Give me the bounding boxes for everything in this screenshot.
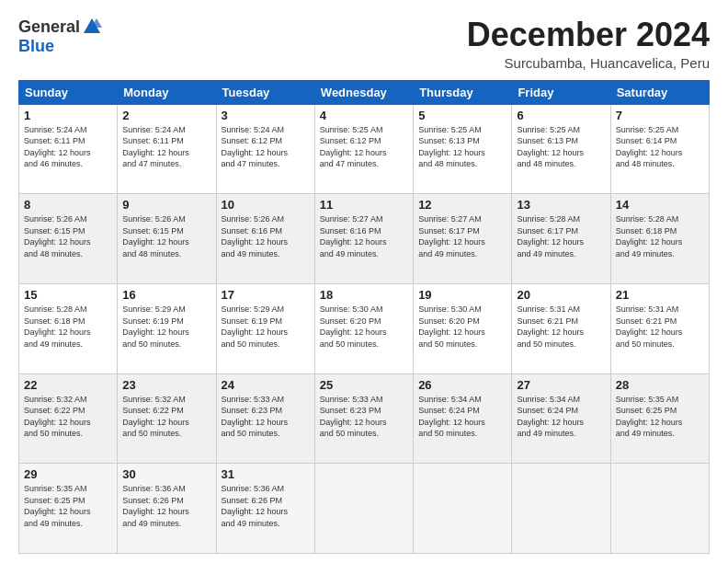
day-info: Sunrise: 5:28 AM Sunset: 6:18 PM Dayligh… <box>616 213 704 259</box>
day-number: 1 <box>24 109 112 122</box>
day-number: 26 <box>418 378 506 392</box>
day-number: 9 <box>122 198 210 212</box>
calendar-cell: 12Sunrise: 5:27 AM Sunset: 6:17 PM Dayli… <box>414 194 512 284</box>
calendar-table: Sunday Monday Tuesday Wednesday Thursday… <box>18 80 710 554</box>
day-info: Sunrise: 5:26 AM Sunset: 6:15 PM Dayligh… <box>24 213 112 259</box>
day-info: Sunrise: 5:24 AM Sunset: 6:12 PM Dayligh… <box>222 124 310 170</box>
day-info: Sunrise: 5:25 AM Sunset: 6:13 PM Dayligh… <box>418 124 506 170</box>
calendar-cell: 15Sunrise: 5:28 AM Sunset: 6:18 PM Dayli… <box>19 283 118 373</box>
day-info: Sunrise: 5:26 AM Sunset: 6:16 PM Dayligh… <box>222 213 310 259</box>
col-thursday: Thursday <box>414 80 512 104</box>
calendar-cell: 8Sunrise: 5:26 AM Sunset: 6:15 PM Daylig… <box>19 194 118 284</box>
calendar-cell: 28Sunrise: 5:35 AM Sunset: 6:25 PM Dayli… <box>610 373 709 464</box>
calendar-cell <box>512 464 610 554</box>
day-info: Sunrise: 5:35 AM Sunset: 6:25 PM Dayligh… <box>24 483 112 529</box>
calendar-cell: 11Sunrise: 5:27 AM Sunset: 6:16 PM Dayli… <box>314 194 413 284</box>
day-number: 23 <box>122 378 210 392</box>
day-number: 20 <box>517 288 605 302</box>
day-info: Sunrise: 5:25 AM Sunset: 6:13 PM Dayligh… <box>517 124 605 170</box>
day-number: 30 <box>122 467 210 481</box>
day-info: Sunrise: 5:36 AM Sunset: 6:26 PM Dayligh… <box>122 483 210 529</box>
day-info: Sunrise: 5:31 AM Sunset: 6:21 PM Dayligh… <box>616 304 704 350</box>
calendar-cell <box>610 464 709 554</box>
day-info: Sunrise: 5:26 AM Sunset: 6:15 PM Dayligh… <box>122 213 210 259</box>
col-monday: Monday <box>118 80 216 104</box>
day-number: 7 <box>616 109 704 122</box>
calendar-cell: 20Sunrise: 5:31 AM Sunset: 6:21 PM Dayli… <box>512 283 610 373</box>
day-info: Sunrise: 5:33 AM Sunset: 6:23 PM Dayligh… <box>222 394 310 440</box>
day-number: 22 <box>24 378 112 392</box>
day-number: 17 <box>222 288 310 302</box>
day-info: Sunrise: 5:36 AM Sunset: 6:26 PM Dayligh… <box>222 483 310 529</box>
day-info: Sunrise: 5:34 AM Sunset: 6:24 PM Dayligh… <box>418 394 506 440</box>
day-info: Sunrise: 5:31 AM Sunset: 6:21 PM Dayligh… <box>517 304 605 350</box>
calendar-cell: 25Sunrise: 5:33 AM Sunset: 6:23 PM Dayli… <box>314 373 413 464</box>
day-info: Sunrise: 5:28 AM Sunset: 6:18 PM Dayligh… <box>24 304 112 350</box>
day-number: 4 <box>320 109 408 122</box>
calendar-cell: 10Sunrise: 5:26 AM Sunset: 6:16 PM Dayli… <box>216 194 314 284</box>
day-number: 11 <box>320 198 408 212</box>
col-sunday: Sunday <box>19 80 118 104</box>
day-info: Sunrise: 5:33 AM Sunset: 6:23 PM Dayligh… <box>320 394 408 440</box>
calendar-header-row: Sunday Monday Tuesday Wednesday Thursday… <box>19 80 710 104</box>
calendar-cell: 9Sunrise: 5:26 AM Sunset: 6:15 PM Daylig… <box>118 194 216 284</box>
calendar-cell: 24Sunrise: 5:33 AM Sunset: 6:23 PM Dayli… <box>216 373 314 464</box>
day-info: Sunrise: 5:24 AM Sunset: 6:11 PM Dayligh… <box>24 124 112 170</box>
calendar-page: General Blue December 2024 Surcubamba, H… <box>0 0 728 563</box>
day-number: 19 <box>418 288 506 302</box>
calendar-cell <box>414 464 512 554</box>
calendar-row-4: 29Sunrise: 5:35 AM Sunset: 6:25 PM Dayli… <box>19 464 710 554</box>
day-info: Sunrise: 5:27 AM Sunset: 6:17 PM Dayligh… <box>418 213 506 259</box>
calendar-cell: 18Sunrise: 5:30 AM Sunset: 6:20 PM Dayli… <box>314 283 413 373</box>
day-info: Sunrise: 5:29 AM Sunset: 6:19 PM Dayligh… <box>122 304 210 350</box>
day-number: 10 <box>222 198 310 212</box>
day-info: Sunrise: 5:28 AM Sunset: 6:17 PM Dayligh… <box>517 213 605 259</box>
calendar-row-1: 8Sunrise: 5:26 AM Sunset: 6:15 PM Daylig… <box>19 194 710 284</box>
day-number: 25 <box>320 378 408 392</box>
day-number: 21 <box>616 288 704 302</box>
day-number: 12 <box>418 198 506 212</box>
day-number: 14 <box>616 198 704 212</box>
calendar-cell: 5Sunrise: 5:25 AM Sunset: 6:13 PM Daylig… <box>414 104 512 194</box>
day-info: Sunrise: 5:29 AM Sunset: 6:19 PM Dayligh… <box>222 304 310 350</box>
day-info: Sunrise: 5:35 AM Sunset: 6:25 PM Dayligh… <box>616 394 704 440</box>
day-number: 28 <box>616 378 704 392</box>
day-number: 6 <box>517 109 605 122</box>
day-number: 3 <box>222 109 310 122</box>
calendar-cell: 19Sunrise: 5:30 AM Sunset: 6:20 PM Dayli… <box>414 283 512 373</box>
day-number: 31 <box>222 467 310 481</box>
day-info: Sunrise: 5:24 AM Sunset: 6:11 PM Dayligh… <box>122 124 210 170</box>
calendar-cell: 1Sunrise: 5:24 AM Sunset: 6:11 PM Daylig… <box>19 104 118 194</box>
col-saturday: Saturday <box>610 80 709 104</box>
col-wednesday: Wednesday <box>314 80 413 104</box>
day-info: Sunrise: 5:25 AM Sunset: 6:14 PM Dayligh… <box>616 124 704 170</box>
title-block: December 2024 Surcubamba, Huancavelica, … <box>467 17 710 71</box>
month-title: December 2024 <box>467 17 710 53</box>
day-number: 18 <box>320 288 408 302</box>
calendar-cell: 16Sunrise: 5:29 AM Sunset: 6:19 PM Dayli… <box>118 283 216 373</box>
day-info: Sunrise: 5:25 AM Sunset: 6:12 PM Dayligh… <box>320 124 408 170</box>
day-info: Sunrise: 5:27 AM Sunset: 6:16 PM Dayligh… <box>320 213 408 259</box>
day-number: 13 <box>517 198 605 212</box>
day-number: 2 <box>122 109 210 122</box>
calendar-cell: 30Sunrise: 5:36 AM Sunset: 6:26 PM Dayli… <box>118 464 216 554</box>
day-info: Sunrise: 5:34 AM Sunset: 6:24 PM Dayligh… <box>517 394 605 440</box>
day-number: 27 <box>517 378 605 392</box>
logo: General Blue <box>18 17 102 56</box>
day-number: 8 <box>24 198 112 212</box>
calendar-cell: 2Sunrise: 5:24 AM Sunset: 6:11 PM Daylig… <box>118 104 216 194</box>
calendar-cell: 23Sunrise: 5:32 AM Sunset: 6:22 PM Dayli… <box>118 373 216 464</box>
calendar-row-2: 15Sunrise: 5:28 AM Sunset: 6:18 PM Dayli… <box>19 283 710 373</box>
calendar-cell <box>314 464 413 554</box>
day-info: Sunrise: 5:32 AM Sunset: 6:22 PM Dayligh… <box>122 394 210 440</box>
calendar-row-3: 22Sunrise: 5:32 AM Sunset: 6:22 PM Dayli… <box>19 373 710 464</box>
calendar-cell: 3Sunrise: 5:24 AM Sunset: 6:12 PM Daylig… <box>216 104 314 194</box>
day-number: 16 <box>122 288 210 302</box>
calendar-cell: 22Sunrise: 5:32 AM Sunset: 6:22 PM Dayli… <box>19 373 118 464</box>
calendar-cell: 4Sunrise: 5:25 AM Sunset: 6:12 PM Daylig… <box>314 104 413 194</box>
calendar-cell: 31Sunrise: 5:36 AM Sunset: 6:26 PM Dayli… <box>216 464 314 554</box>
calendar-cell: 26Sunrise: 5:34 AM Sunset: 6:24 PM Dayli… <box>414 373 512 464</box>
logo-blue-text: Blue <box>18 37 54 56</box>
day-info: Sunrise: 5:32 AM Sunset: 6:22 PM Dayligh… <box>24 394 112 440</box>
calendar-cell: 7Sunrise: 5:25 AM Sunset: 6:14 PM Daylig… <box>610 104 709 194</box>
